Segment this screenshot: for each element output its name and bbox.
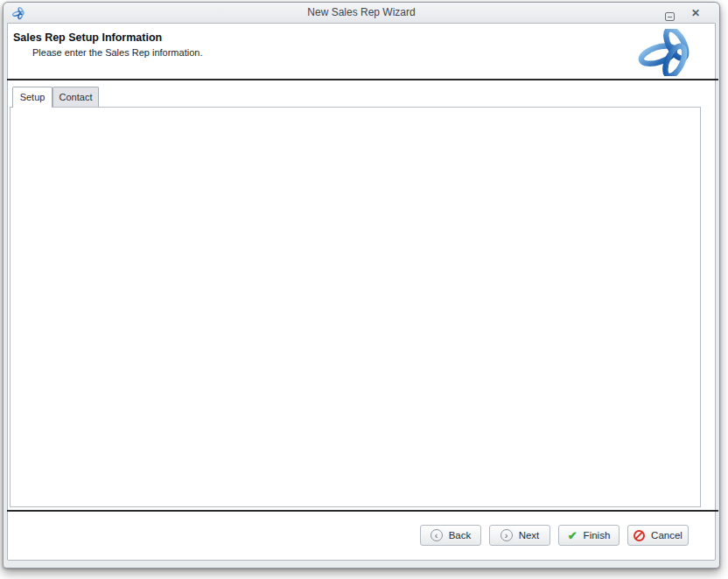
close-button[interactable]: ✕ xyxy=(688,7,704,20)
wizard-window: New Sales Rep Wizard ✕ Sales Rep Setup I… xyxy=(3,2,720,569)
page-subtitle: Please enter the Sales Rep information. xyxy=(32,47,202,58)
back-button-label: Back xyxy=(449,530,472,541)
tab-contact[interactable]: Contact xyxy=(52,87,99,107)
finish-button[interactable]: ✔ Finish xyxy=(558,525,620,546)
close-icon: ✕ xyxy=(691,7,700,19)
page-title: Sales Rep Setup Information xyxy=(13,31,162,44)
window-title: New Sales Rep Wizard xyxy=(4,3,719,23)
header-separator xyxy=(7,79,718,80)
next-arrow-icon: › xyxy=(500,529,513,541)
finish-check-icon: ✔ xyxy=(568,529,578,542)
title-bar[interactable]: New Sales Rep Wizard ✕ xyxy=(4,3,719,23)
wizard-logo-icon xyxy=(635,29,695,76)
cancel-button[interactable]: Cancel xyxy=(627,525,689,546)
screen: New Sales Rep Wizard ✕ Sales Rep Setup I… xyxy=(0,0,728,579)
restore-button[interactable] xyxy=(662,7,677,20)
restore-icon xyxy=(665,12,675,21)
tab-setup[interactable]: Setup xyxy=(12,87,52,108)
setup-tab-panel xyxy=(10,107,701,507)
cancel-button-label: Cancel xyxy=(651,530,682,541)
footer-separator xyxy=(7,510,718,512)
cancel-prohibition-icon xyxy=(634,530,645,541)
back-button[interactable]: ‹ Back xyxy=(420,525,481,546)
back-arrow-icon: ‹ xyxy=(430,529,443,541)
finish-button-label: Finish xyxy=(584,530,611,541)
next-button-label: Next xyxy=(519,530,540,541)
next-button[interactable]: › Next xyxy=(489,525,550,546)
